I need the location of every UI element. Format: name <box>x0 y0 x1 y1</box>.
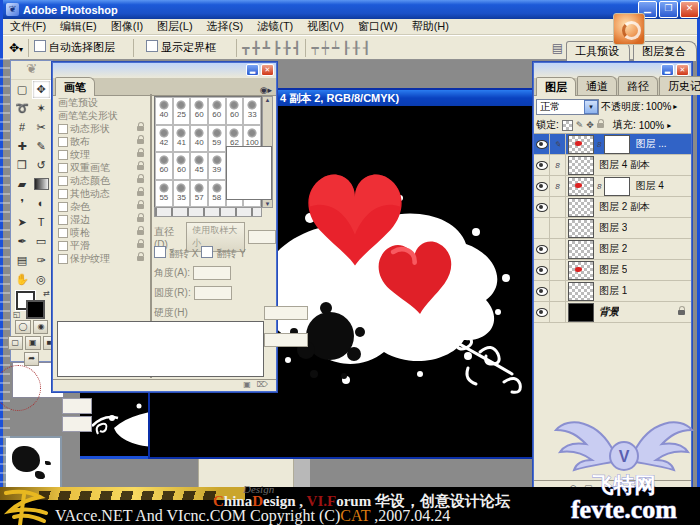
tab-paths[interactable]: 路径 <box>618 76 658 95</box>
distribute-icon[interactable]: ┯ <box>311 41 318 55</box>
notes-tool[interactable]: ▤ <box>13 251 32 270</box>
align-icon[interactable]: ┳ <box>242 41 249 55</box>
layer-name[interactable]: 背景 <box>599 305 619 319</box>
align-icon[interactable]: ╊ <box>283 41 290 55</box>
angle-input[interactable] <box>193 266 231 280</box>
brush-preset-cell[interactable]: 60 <box>173 152 191 180</box>
layer-row[interactable]: 图层 1 <box>534 281 691 302</box>
visibility-toggle[interactable] <box>534 239 550 259</box>
type-tool[interactable]: T <box>32 213 51 232</box>
brush-dynamics-item[interactable]: 杂色 <box>53 200 150 213</box>
brush-preset-cell[interactable]: 33 <box>243 97 261 125</box>
layer-thumbnail[interactable] <box>568 156 594 175</box>
screen-mode-button[interactable]: ▣ <box>25 336 41 350</box>
brush-preset-cell[interactable]: 25 <box>173 97 191 125</box>
align-icon[interactable]: ┣ <box>273 41 280 55</box>
move-tool-icon[interactable]: ✥▾ <box>9 41 23 55</box>
brush-dynamics-item[interactable]: 喷枪 <box>53 226 150 239</box>
diameter-input[interactable] <box>248 230 276 244</box>
brush-preset-cell[interactable]: 55 <box>155 180 173 208</box>
mask-link-icon[interactable]: 8 <box>597 182 601 191</box>
opacity-value[interactable]: 100% <box>646 101 672 112</box>
blend-mode-select[interactable]: 正常▾ <box>536 99 599 115</box>
title-bar[interactable]: ❦ Adobe Photoshop ▁ ❐ ✕ <box>3 0 700 19</box>
distribute-icon[interactable]: ┨ <box>363 41 370 55</box>
layer-name[interactable]: 图层 1 <box>599 284 627 298</box>
layer-thumbnail[interactable] <box>568 303 594 322</box>
visibility-toggle[interactable] <box>534 155 550 175</box>
align-icon[interactable]: ┻ <box>263 41 270 55</box>
maximize-button[interactable]: ❐ <box>659 1 678 18</box>
visibility-toggle[interactable] <box>534 281 550 301</box>
layer-row[interactable]: 图层 2 副本 <box>534 197 691 218</box>
palette-minimize-button[interactable]: ▂ <box>661 64 674 76</box>
brushes-palette-titlebar[interactable]: ▂ ✕ <box>53 63 276 78</box>
brush-preset-cell[interactable]: 45 <box>190 152 208 180</box>
layer-name[interactable]: 图层 ... <box>635 137 666 151</box>
gradient-tool[interactable] <box>34 178 49 190</box>
layer-row[interactable]: ✎8图层 ... <box>534 134 691 155</box>
brush-file-icon[interactable]: ▤ <box>552 41 563 55</box>
layer-thumbnail[interactable] <box>568 198 594 217</box>
layer-row[interactable]: 88图层 4 <box>534 176 691 197</box>
layer-name[interactable]: 图层 2 <box>599 242 627 256</box>
default-colors-icon[interactable]: ◱ <box>13 310 21 319</box>
brush-dynamics-item[interactable]: 其他动态 <box>53 187 150 200</box>
layer-thumbnail[interactable] <box>568 240 594 259</box>
screen-mode-button[interactable]: ▢ <box>8 336 24 350</box>
menu-item[interactable]: 窗口(W) <box>351 19 405 34</box>
menu-item[interactable]: 视图(V) <box>300 19 351 34</box>
tab-channels[interactable]: 通道 <box>577 76 617 95</box>
brush-preset-cell[interactable]: 60 <box>190 97 208 125</box>
show-bounding-box-checkbox[interactable]: 显示定界框 <box>146 40 216 55</box>
align-icon[interactable]: ╋ <box>252 41 259 55</box>
layer-badge[interactable] <box>550 239 566 259</box>
visibility-toggle[interactable] <box>534 302 550 322</box>
shape-tool[interactable]: ▭ <box>32 232 51 251</box>
blur-tool[interactable]: ❜ <box>13 194 32 213</box>
brush-preset-item[interactable]: 画笔笔尖形状 <box>53 109 150 122</box>
layer-badge[interactable]: ✎ <box>550 134 566 154</box>
fill-slider-icon[interactable]: ▸ <box>667 121 671 130</box>
hardness-input[interactable] <box>264 306 308 320</box>
brush-preset-cell[interactable]: 35 <box>173 180 191 208</box>
distribute-icon[interactable]: ┿ <box>322 41 329 55</box>
brush-dynamics-item[interactable]: 纹理 <box>53 148 150 161</box>
rectangular-marquee-tool[interactable]: ▢ <box>13 80 32 99</box>
brush-preset-cell[interactable]: 60 <box>208 97 226 125</box>
zoom-tool[interactable]: ◎ <box>32 270 51 289</box>
move-tool[interactable]: ✥ <box>32 80 51 99</box>
palette-close-button[interactable]: ✕ <box>676 64 689 76</box>
flip-y-checkbox[interactable]: 翻转 Y <box>201 246 245 261</box>
layer-thumbnail[interactable] <box>568 282 594 301</box>
toolbox-grab-bar[interactable]: ❦ <box>11 61 52 80</box>
tab-history[interactable]: 历史记录 <box>659 76 700 95</box>
angle-roundness-preview[interactable] <box>226 146 272 200</box>
brush-dynamics-item[interactable]: 保护纹理 <box>53 252 150 265</box>
imageready-button[interactable]: ➦ <box>24 352 39 366</box>
brush-preset-cell[interactable]: 57 <box>190 180 208 208</box>
brush-dynamics-item[interactable]: 湿边 <box>53 213 150 226</box>
layer-row[interactable]: 8图层 4 副本 <box>534 155 691 176</box>
lock-all-icon[interactable] <box>597 123 604 128</box>
dodge-tool[interactable]: ◐ <box>32 194 51 213</box>
layer-row[interactable]: 背景 <box>534 302 691 323</box>
layer-row[interactable]: 图层 2 <box>534 239 691 260</box>
layer-mask-thumbnail[interactable] <box>604 177 630 196</box>
layer-mask-thumbnail[interactable] <box>604 135 630 154</box>
brush-preset-cell[interactable]: 41 <box>173 125 191 153</box>
palette-minimize-button[interactable]: ▂ <box>246 64 259 76</box>
delete-brush-icon[interactable]: ⌦ <box>257 380 268 391</box>
clone-stamp-tool[interactable]: ❒ <box>13 156 32 175</box>
swap-colors-icon[interactable]: ⇄ <box>43 289 50 298</box>
palette-close-button[interactable]: ✕ <box>261 64 274 76</box>
menu-item[interactable]: 滤镜(T) <box>250 19 300 34</box>
brush-preset-cell[interactable]: 40 <box>155 97 173 125</box>
distribute-icon[interactable]: ┷ <box>332 41 339 55</box>
magic-wand-tool[interactable]: ✶ <box>32 99 51 118</box>
layer-badge[interactable] <box>550 218 566 238</box>
lock-paint-icon[interactable]: ✎ <box>576 120 584 130</box>
brush-preset-cell[interactable]: 39 <box>208 152 226 180</box>
menu-item[interactable]: 编辑(E) <box>53 19 104 34</box>
brush-dynamics-item[interactable]: 双重画笔 <box>53 161 150 174</box>
